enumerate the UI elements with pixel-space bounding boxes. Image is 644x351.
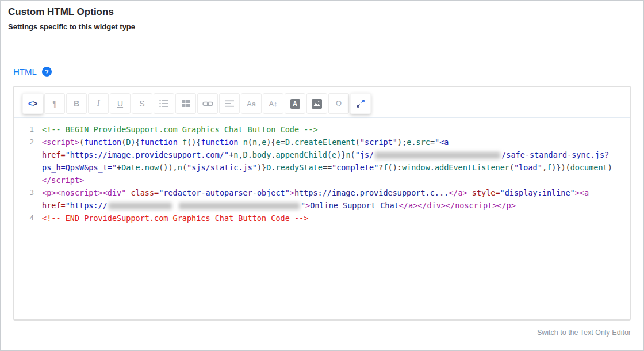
link-icon	[202, 100, 213, 108]
insert-image-button[interactable]	[306, 93, 327, 114]
line-number: 3	[14, 186, 34, 199]
font-color-button[interactable]: A	[285, 93, 305, 114]
code-line: href="https:// ">Online Support Chat</a>…	[34, 199, 516, 212]
code-row: 3<p><noscript><div" class="redactor-auto…	[14, 186, 630, 199]
code-row: href="https://image.providesupport.com/"…	[14, 148, 630, 161]
help-icon[interactable]: ?	[42, 67, 52, 77]
italic-icon: I	[97, 100, 100, 108]
pilcrow-icon: ¶	[52, 100, 57, 108]
code-row: ps_h=QpsW&ps_t="+Date.now()),n("sjs/stat…	[14, 161, 630, 174]
widget-options-panel: HTML ? <>¶BIUSAaA↕AΩ 1<!-- BEGIN Provide…	[1, 48, 643, 337]
fontsize-icon: A↕	[269, 100, 277, 108]
html-code-editor: <>¶BIUSAaA↕AΩ 1<!-- BEGIN ProvideSupport…	[13, 86, 631, 321]
page-title: Custom HTML Options	[8, 6, 635, 18]
strikethrough-icon: S	[139, 100, 144, 108]
code-line: <p><noscript><div" class="redactor-autop…	[34, 186, 589, 199]
code-row: 4<!-- END ProvideSupport.com Graphics Ch…	[14, 212, 630, 224]
fontcase-icon: Aa	[247, 100, 256, 108]
unordered-list-button[interactable]	[154, 93, 174, 114]
special-characters-button[interactable]: Ω	[328, 93, 349, 114]
code-rows: 1<!-- BEGIN ProvideSupport.com Graphics …	[14, 123, 630, 224]
line-number	[14, 174, 34, 186]
line-number: 2	[14, 136, 34, 148]
redacted-text	[179, 203, 300, 209]
bold-icon: B	[74, 100, 79, 108]
code-icon: <>	[28, 100, 37, 108]
code-line: <!-- BEGIN ProvideSupport.com Graphics C…	[34, 123, 318, 136]
html-field-label: HTML	[13, 67, 37, 77]
editor-toolbar: <>¶BIUSAaA↕AΩ	[14, 87, 630, 117]
align-icon	[225, 100, 234, 107]
line-number	[14, 148, 34, 161]
line-number	[14, 161, 34, 174]
code-editor-area[interactable]: 1<!-- BEGIN ProvideSupport.com Graphics …	[14, 117, 630, 320]
paragraph-format-button[interactable]: ¶	[44, 93, 65, 114]
line-number: 4	[14, 212, 34, 224]
html-field-label-row: HTML ?	[13, 67, 631, 77]
strikethrough-button[interactable]: S	[132, 93, 152, 114]
line-number	[14, 199, 34, 212]
line-number: 1	[14, 123, 34, 136]
code-line: href="https://image.providesupport.com/"…	[34, 148, 609, 161]
redacted-text	[375, 152, 500, 159]
code-row: href="https:// ">Online Support Chat</a>…	[14, 199, 630, 212]
font-family-button[interactable]: Aa	[241, 93, 262, 114]
code-line: <script>(function(D){function f(){functi…	[34, 136, 448, 148]
list-icon	[159, 100, 169, 108]
code-line: <!-- END ProvideSupport.com Graphics Cha…	[34, 212, 308, 224]
font-size-button[interactable]: A↕	[263, 93, 283, 114]
expand-icon	[356, 99, 365, 108]
omega-icon: Ω	[336, 100, 342, 108]
insert-table-button[interactable]	[175, 93, 196, 114]
page-header: Custom HTML Options Settings specific to…	[1, 1, 643, 31]
page-subtitle: Settings specific to this widget type	[8, 22, 635, 31]
insert-link-button[interactable]	[197, 93, 218, 114]
underline-button[interactable]: U	[110, 93, 131, 114]
table-icon	[182, 100, 190, 108]
bold-button[interactable]: B	[66, 93, 87, 114]
editor-footer: Switch to the Text Only Editor	[13, 321, 631, 337]
code-line: </script>	[34, 174, 84, 186]
code-row: 2<script>(function(D){function f(){funct…	[14, 136, 630, 148]
code-line: ps_h=QpsW&ps_t="+Date.now()),n("sjs/stat…	[34, 161, 612, 174]
underline-icon: U	[117, 100, 123, 108]
code-view-button[interactable]: <>	[22, 93, 43, 114]
italic-button[interactable]: I	[88, 93, 109, 114]
code-row: </script>	[14, 174, 630, 186]
alignment-button[interactable]	[219, 93, 240, 114]
code-row: 1<!-- BEGIN ProvideSupport.com Graphics …	[14, 123, 630, 136]
redacted-text	[109, 203, 172, 209]
image-icon	[312, 99, 322, 109]
fontcolor-icon: A	[290, 99, 300, 109]
expand-editor-button[interactable]	[350, 93, 371, 114]
switch-editor-link[interactable]: Switch to the Text Only Editor	[537, 329, 631, 337]
